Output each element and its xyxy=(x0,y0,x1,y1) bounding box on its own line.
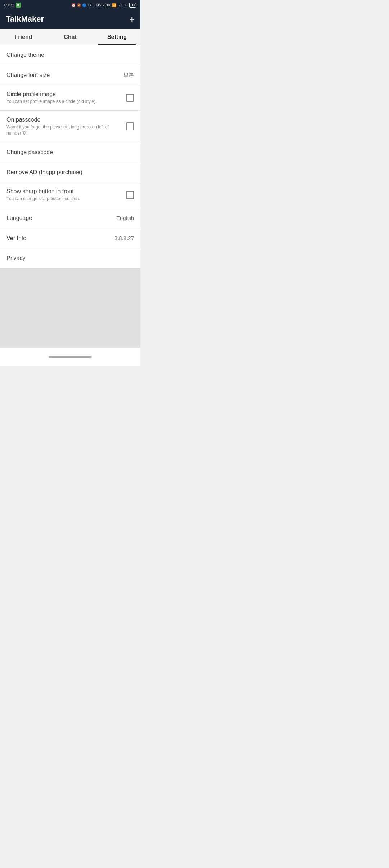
settings-item-remove-ad[interactable]: Remove AD (Inapp purchase) xyxy=(0,162,140,182)
settings-item-on-passcode[interactable]: On passcodeWarn! if you forgot the passc… xyxy=(0,111,140,143)
settings-item-left-language: Language xyxy=(6,215,112,221)
settings-item-left-change-passcode: Change passcode xyxy=(6,149,134,155)
settings-item-title-language: Language xyxy=(6,215,112,221)
settings-item-title-change-theme: Change theme xyxy=(6,52,134,58)
settings-item-left-on-passcode: On passcodeWarn! if you forgot the passc… xyxy=(6,117,122,136)
settings-item-left-privacy: Privacy xyxy=(6,255,134,262)
settings-item-subtitle-show-sharp-button: You can change sharp button location. xyxy=(6,196,122,202)
settings-checkbox-on-passcode[interactable] xyxy=(126,122,134,130)
settings-item-title-show-sharp-button: Show sharp button in front xyxy=(6,188,122,195)
app-title: TalkMaker xyxy=(6,14,44,24)
settings-item-left-show-sharp-button: Show sharp button in frontYou can change… xyxy=(6,188,122,202)
time-display: 09:32 xyxy=(4,3,14,7)
home-indicator xyxy=(49,356,92,358)
mute-icon: 🔕 xyxy=(77,3,81,7)
settings-list: Change themeChange font size보통Circle pro… xyxy=(0,45,140,268)
tab-chat[interactable]: Chat xyxy=(47,29,94,45)
status-bar: 09:32 💬 ⏰ 🔕 🔵 14.0 KB/S HD 📶 5G 5G 99 xyxy=(0,0,140,10)
app-header: TalkMaker + xyxy=(0,10,140,29)
settings-item-title-change-font-size: Change font size xyxy=(6,72,119,78)
settings-checkbox-circle-profile-image[interactable] xyxy=(126,94,134,102)
settings-item-value-change-font-size: 보통 xyxy=(123,72,134,78)
bluetooth-icon: 🔵 xyxy=(82,3,86,7)
settings-item-circle-profile-image[interactable]: Circle profile imageYou can set profile … xyxy=(0,85,140,111)
settings-item-subtitle-circle-profile-image: You can set profile image as a circle (o… xyxy=(6,99,122,105)
settings-item-change-theme[interactable]: Change theme xyxy=(0,45,140,65)
settings-item-title-change-passcode: Change passcode xyxy=(6,149,134,155)
wifi-icon: 📶 xyxy=(112,3,116,7)
settings-item-change-passcode[interactable]: Change passcode xyxy=(0,142,140,162)
settings-item-left-circle-profile-image: Circle profile imageYou can set profile … xyxy=(6,91,122,105)
battery-icon: 99 xyxy=(129,3,136,8)
hd-icon: HD xyxy=(105,3,111,7)
data-speed: 14.0 KB/S xyxy=(88,3,104,7)
gray-filler-area xyxy=(0,268,140,348)
settings-item-subtitle-on-passcode: Warn! if you forgot the passcode, long p… xyxy=(6,124,122,136)
tab-bar: Friend Chat Setting xyxy=(0,29,140,45)
alarm-icon: ⏰ xyxy=(71,3,76,7)
signal-5g-2: 5G xyxy=(124,3,128,7)
settings-item-privacy[interactable]: Privacy xyxy=(0,248,140,268)
settings-item-left-change-font-size: Change font size xyxy=(6,72,119,78)
settings-item-title-privacy: Privacy xyxy=(6,255,134,262)
settings-item-title-remove-ad: Remove AD (Inapp purchase) xyxy=(6,169,134,176)
settings-item-ver-info[interactable]: Ver Info3.8.8.27 xyxy=(0,228,140,248)
settings-item-language[interactable]: LanguageEnglish xyxy=(0,208,140,228)
signal-5g-1: 5G xyxy=(117,3,122,7)
tab-friend[interactable]: Friend xyxy=(0,29,47,45)
bottom-nav-area xyxy=(0,348,140,366)
chat-notification-icon: 💬 xyxy=(16,3,21,8)
settings-checkbox-show-sharp-button[interactable] xyxy=(126,191,134,199)
settings-item-title-ver-info: Ver Info xyxy=(6,235,110,241)
settings-item-left-ver-info: Ver Info xyxy=(6,235,110,241)
settings-item-show-sharp-button[interactable]: Show sharp button in frontYou can change… xyxy=(0,182,140,208)
settings-item-left-remove-ad: Remove AD (Inapp purchase) xyxy=(6,169,134,176)
add-button[interactable]: + xyxy=(129,14,135,24)
settings-item-change-font-size[interactable]: Change font size보통 xyxy=(0,65,140,85)
settings-item-value-ver-info: 3.8.8.27 xyxy=(115,235,134,241)
status-right: ⏰ 🔕 🔵 14.0 KB/S HD 📶 5G 5G 99 xyxy=(71,3,136,8)
settings-item-title-circle-profile-image: Circle profile image xyxy=(6,91,122,98)
settings-item-left-change-theme: Change theme xyxy=(6,52,134,58)
settings-item-value-language: English xyxy=(116,215,134,221)
settings-item-title-on-passcode: On passcode xyxy=(6,117,122,123)
status-left: 09:32 💬 xyxy=(4,3,21,8)
tab-setting[interactable]: Setting xyxy=(94,29,140,45)
